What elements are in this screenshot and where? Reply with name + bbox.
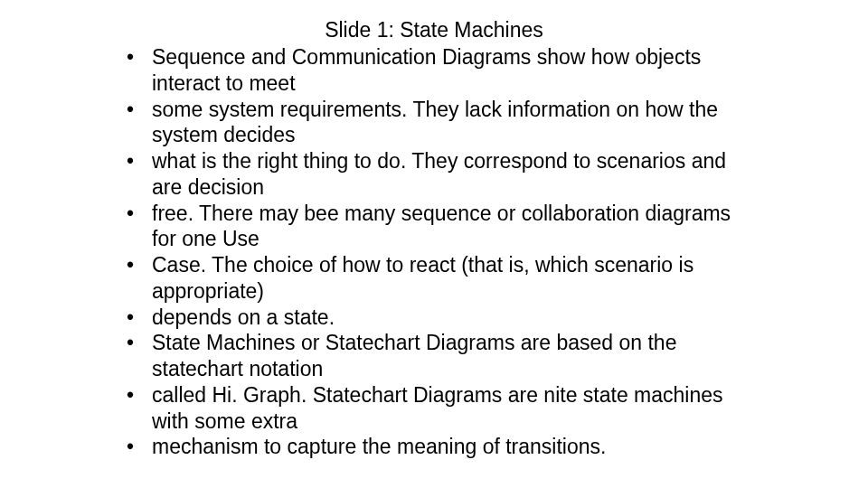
list-item: free. There may bee many sequence or col… xyxy=(127,201,760,253)
list-item: mechanism to capture the meaning of tran… xyxy=(127,434,760,460)
list-item: Sequence and Communication Diagrams show… xyxy=(127,44,760,97)
list-item: Case. The choice of how to react (that i… xyxy=(127,252,760,305)
list-item: what is the right thing to do. They corr… xyxy=(127,148,760,201)
list-item: called Hi. Graph. Statechart Diagrams ar… xyxy=(127,382,760,435)
slide-title: Slide 1: State Machines xyxy=(108,18,760,42)
bullet-list: Sequence and Communication Diagrams show… xyxy=(108,44,760,460)
list-item: depends on a state. xyxy=(127,305,760,331)
list-item: some system requirements. They lack info… xyxy=(127,97,760,149)
list-item: State Machines or Statechart Diagrams ar… xyxy=(127,330,760,382)
slide-container: Slide 1: State Machines Sequence and Com… xyxy=(108,18,760,460)
